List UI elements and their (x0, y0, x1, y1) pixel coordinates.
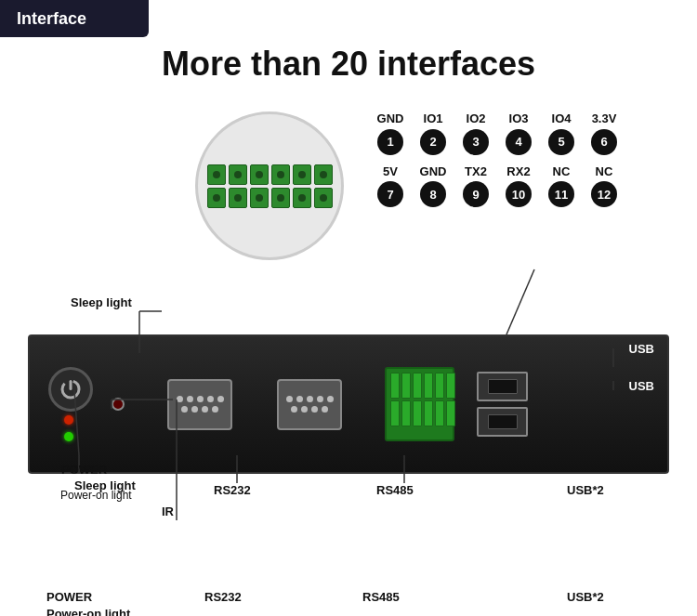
led-red (64, 415, 73, 425)
pin-rx2 (271, 188, 290, 208)
rs485-connector (277, 379, 342, 430)
pin-label-nc2: NC 12 (585, 164, 623, 208)
terminal-pin-4 (424, 373, 433, 399)
svg-rect-1 (70, 380, 72, 390)
usb-slot-1 (488, 379, 518, 394)
header-tab: Interface (0, 0, 149, 37)
rs232-label: RS232 (204, 590, 242, 604)
pin-3v3 (314, 164, 333, 185)
usb-port-2[interactable] (477, 407, 528, 437)
terminal-pin-3 (413, 373, 422, 399)
ir-label-below: IR (162, 505, 174, 518)
pin-name-io2: IO2 (467, 111, 486, 126)
pin-name-gnd2: GND (420, 164, 447, 179)
pin-num-11: 11 (548, 181, 574, 207)
pin-num-5: 5 (548, 129, 574, 155)
pin-io1 (229, 164, 247, 185)
pin-tx2 (250, 188, 269, 208)
pin-label-io3: IO3 4 (500, 111, 537, 155)
pin-num-12: 12 (591, 181, 617, 207)
led-indicators (64, 415, 73, 441)
usb-label-bottom: USB (629, 379, 654, 393)
pin-name-io1: IO1 (424, 111, 443, 126)
power-on-light-label: Power-on light (46, 607, 130, 616)
pin-gnd (207, 164, 226, 185)
power-label: POWER (46, 590, 92, 604)
pin-name-tx2: TX2 (465, 164, 487, 179)
pin-row-1: GND 1 IO1 2 IO2 3 IO3 4 IO4 5 3.3V 6 (372, 111, 651, 155)
pin-num-1: 1 (377, 129, 403, 155)
terminal-pin-1 (390, 373, 400, 399)
pin-label-nc1: NC 11 (543, 164, 580, 208)
pin-num-8: 8 (420, 181, 446, 207)
main-title: More than 20 interfaces (0, 45, 697, 84)
pin-label-gnd2: GND 8 (414, 164, 452, 208)
svg-line-11 (506, 269, 534, 334)
terminal-pin-7 (390, 400, 400, 426)
pin-label-tx2: TX2 9 (457, 164, 494, 208)
power-label-below: POWER (61, 463, 107, 477)
pin-label-io1: IO1 2 (414, 111, 452, 155)
pin-num-2: 2 (420, 129, 446, 155)
pin-io4 (293, 164, 311, 185)
terminal-pin-8 (401, 400, 411, 426)
pin-5v (207, 188, 226, 208)
usb-label-top: USB (629, 342, 654, 356)
ir-sensor (112, 398, 125, 411)
rs485-label: RS485 (362, 590, 400, 604)
pin-labels: GND 1 IO1 2 IO2 3 IO3 4 IO4 5 3.3V 6 5V … (372, 111, 651, 216)
pin-num-4: 4 (506, 129, 532, 155)
led-green (64, 432, 73, 441)
connector-diagram (195, 111, 344, 260)
pin-nc2 (314, 188, 333, 208)
pin-label-io4: IO4 5 (543, 111, 580, 155)
terminal-pin-6 (446, 373, 455, 399)
power-button[interactable] (48, 367, 93, 412)
pin-name-nc2: NC (596, 164, 613, 179)
terminal-pin-12 (446, 400, 455, 426)
rs485-label-below: RS485 (376, 483, 414, 497)
pin-gnd2 (229, 188, 247, 208)
sleep-light-floating: Sleep light (71, 295, 132, 309)
usb-port-1[interactable] (477, 372, 528, 401)
pin-label-3v3: 3.3V 6 (585, 111, 623, 155)
pin-label-gnd: GND 1 (372, 111, 409, 155)
header-tab-label: Interface (17, 9, 86, 29)
pin-nc1 (293, 188, 311, 208)
usb-slot-2 (488, 414, 518, 429)
pin-io3 (271, 164, 290, 185)
pin-label-io2: IO2 3 (457, 111, 494, 155)
terminal-pin-11 (435, 400, 444, 426)
pin-num-9: 9 (463, 181, 489, 207)
pin-name-gnd: GND (377, 111, 404, 126)
rs232-connector (167, 379, 232, 430)
pin-name-rx2: RX2 (506, 164, 530, 179)
usb2-label: USB*2 (567, 590, 604, 604)
pin-name-io3: IO3 (509, 111, 529, 126)
terminal-pin-5 (435, 373, 444, 399)
pin-name-io4: IO4 (552, 111, 572, 126)
usb2-label-below: USB*2 (567, 483, 604, 497)
pin-row-2: 5V 7 GND 8 TX2 9 RX2 10 NC 11 NC 12 (372, 164, 651, 208)
pin-label-5v: 5V 7 (372, 164, 409, 208)
device-chassis (28, 334, 669, 474)
terminal-pin-10 (424, 400, 433, 426)
pin-num-7: 7 (377, 181, 403, 207)
terminal-block (385, 367, 454, 441)
power-on-label-below: Power-on light (60, 476, 132, 502)
pin-name-nc1: NC (553, 164, 571, 179)
pin-name-5v: 5V (383, 164, 398, 179)
pin-num-10: 10 (506, 181, 532, 207)
pin-label-rx2: RX2 10 (500, 164, 537, 208)
pin-num-3: 3 (463, 129, 489, 155)
pin-name-3v3: 3.3V (592, 111, 617, 126)
pin-num-6: 6 (591, 129, 617, 155)
pin-io2 (250, 164, 269, 185)
rs232-label-below: RS232 (214, 483, 251, 497)
connector-pins (204, 161, 336, 212)
terminal-pin-2 (401, 373, 411, 399)
usb-port-group (477, 372, 528, 437)
terminal-pin-9 (413, 400, 422, 426)
